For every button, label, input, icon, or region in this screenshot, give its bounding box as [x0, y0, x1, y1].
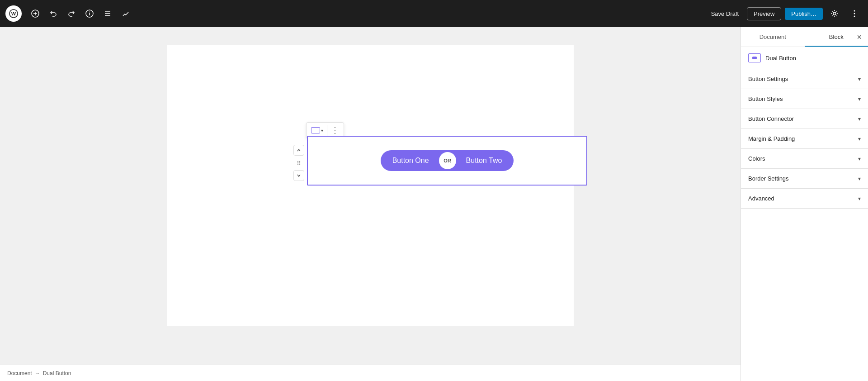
save-draft-button[interactable]: Save Draft [707, 8, 743, 20]
main-layout: ▾ ⋮ [0, 27, 868, 381]
more-options-button[interactable] [846, 5, 863, 22]
tab-document[interactable]: Document [741, 27, 805, 47]
breadcrumb-separator: → [35, 370, 40, 376]
editor-toggle-button[interactable] [118, 5, 134, 22]
accordion-label-advanced: Advanced [748, 195, 774, 202]
info-button[interactable] [81, 5, 98, 22]
accordion-header-border-settings[interactable]: Border Settings ▾ [741, 169, 868, 188]
panel-scroll[interactable]: Button Settings ▾ Button Styles ▾ Button… [741, 69, 868, 381]
accordion-label-colors: Colors [748, 155, 765, 162]
chevron-down-icon: ▾ [858, 136, 861, 142]
svg-point-12 [854, 10, 855, 12]
svg-point-15 [297, 161, 298, 162]
button-one-text[interactable]: Button One [382, 152, 439, 169]
accordion-button-styles: Button Styles ▾ [741, 89, 868, 109]
accordion-header-button-settings[interactable]: Button Settings ▾ [741, 69, 868, 89]
svg-point-13 [854, 13, 855, 14]
move-down-button[interactable] [293, 170, 304, 181]
accordion-header-margin-padding[interactable]: Margin & Padding ▾ [741, 129, 868, 148]
svg-point-20 [299, 164, 300, 165]
accordion-label-button-styles: Button Styles [748, 95, 783, 102]
button-connector: OR [439, 152, 456, 169]
svg-point-19 [297, 164, 298, 165]
breadcrumb-root[interactable]: Document [7, 370, 32, 376]
dual-button-widget[interactable]: Button One OR Button Two [381, 150, 514, 171]
svg-point-14 [854, 16, 855, 17]
publish-button[interactable]: Publish… [785, 8, 823, 20]
settings-button[interactable] [826, 5, 843, 22]
accordion-colors: Colors ▾ [741, 149, 868, 169]
editor-area: ▾ ⋮ [0, 27, 741, 381]
svg-point-16 [299, 161, 300, 162]
toolbar-icons [27, 5, 134, 22]
redo-button[interactable] [63, 5, 80, 22]
chevron-down-icon: ▾ [858, 76, 861, 82]
accordion-margin-padding: Margin & Padding ▾ [741, 129, 868, 149]
accordion-button-connector: Button Connector ▾ [741, 109, 868, 129]
dual-button-icon-small [311, 127, 320, 133]
accordion-header-advanced[interactable]: Advanced ▾ [741, 189, 868, 208]
accordion-header-button-styles[interactable]: Button Styles ▾ [741, 89, 868, 109]
svg-point-18 [299, 162, 300, 163]
breadcrumb: Document → Dual Button [0, 365, 741, 381]
chevron-down-icon: ▾ [858, 195, 861, 202]
svg-text:W: W [11, 11, 16, 16]
block-icon [748, 53, 761, 62]
button-two-text[interactable]: Button Two [456, 152, 512, 169]
chevron-down-icon: ▾ [858, 156, 861, 162]
accordion-label-margin-padding: Margin & Padding [748, 135, 795, 142]
editor-canvas: ▾ ⋮ [167, 45, 574, 326]
accordion-button-settings: Button Settings ▾ [741, 69, 868, 89]
top-toolbar: W Save Draft Preview Publish… [0, 0, 868, 27]
panel-tabs: Document Block × [741, 27, 868, 47]
wp-logo[interactable]: W [5, 5, 22, 22]
block-name-label: Dual Button [765, 55, 796, 62]
chevron-down-icon: ▾ [858, 116, 861, 122]
svg-point-7 [89, 12, 90, 13]
accordion-border-settings: Border Settings ▾ [741, 169, 868, 189]
accordion-label-border-settings: Border Settings [748, 175, 789, 182]
right-panel: Document Block × Dual Button Button Sett… [741, 27, 868, 381]
block-type-chevron: ▾ [321, 128, 323, 133]
block-icon-inner [752, 57, 757, 59]
preview-button[interactable]: Preview [747, 7, 781, 20]
accordion-header-button-connector[interactable]: Button Connector ▾ [741, 109, 868, 129]
accordion-header-colors[interactable]: Colors ▾ [741, 149, 868, 168]
chevron-down-icon: ▾ [858, 176, 861, 182]
svg-point-11 [833, 12, 836, 15]
block-more-options-button[interactable]: ⋮ [328, 124, 342, 136]
accordion-advanced: Advanced ▾ [741, 189, 868, 209]
content-block[interactable]: Button One OR Button Two [307, 136, 587, 186]
drag-handle[interactable] [293, 157, 304, 168]
toolbar-separator [327, 125, 327, 136]
block-controls [293, 145, 304, 181]
panel-close-button[interactable]: × [855, 31, 863, 43]
breadcrumb-current: Dual Button [43, 370, 71, 376]
toolbar-right: Save Draft Preview Publish… [707, 5, 863, 22]
block-header: Dual Button [741, 47, 868, 69]
add-block-button[interactable] [27, 5, 43, 22]
list-view-button[interactable] [99, 5, 116, 22]
chevron-down-icon: ▾ [858, 96, 861, 102]
block-type-button[interactable]: ▾ [308, 125, 326, 135]
undo-button[interactable] [45, 5, 61, 22]
move-up-button[interactable] [293, 145, 304, 156]
accordion-label-button-settings: Button Settings [748, 76, 788, 82]
accordion-label-button-connector: Button Connector [748, 115, 794, 122]
svg-point-17 [297, 162, 298, 163]
